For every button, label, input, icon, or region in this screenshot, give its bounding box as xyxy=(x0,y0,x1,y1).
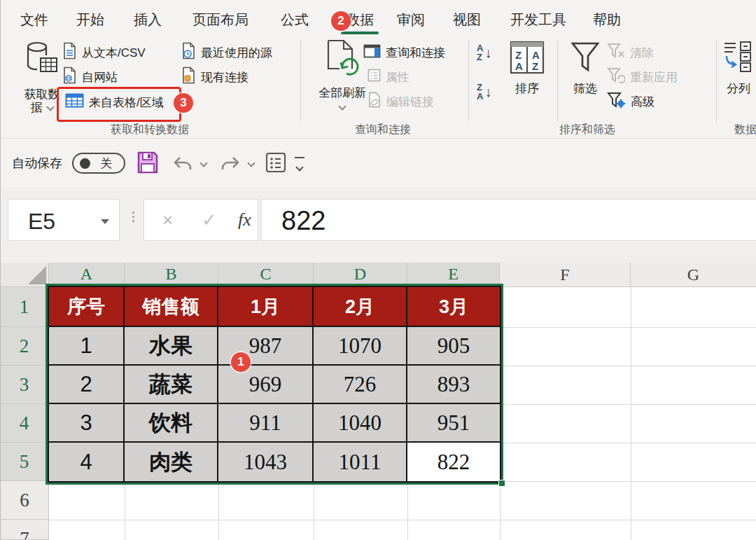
redo-button[interactable] xyxy=(219,154,241,175)
cell-e4[interactable]: 951 xyxy=(407,404,500,443)
filter-label: 筛选 xyxy=(573,81,597,97)
get-data-dropdown-icon xyxy=(47,103,55,111)
from-web-button[interactable]: 自网站 xyxy=(62,67,118,88)
edit-links-label: 编辑链接 xyxy=(386,94,434,110)
ribbon-group-separator xyxy=(557,41,558,122)
column-header-c[interactable]: C xyxy=(218,263,314,287)
cell-a5[interactable]: 4 xyxy=(49,443,125,481)
cancel-icon[interactable]: × xyxy=(162,211,173,229)
svg-text:A: A xyxy=(532,49,540,61)
cell-b3[interactable]: 蔬菜 xyxy=(125,366,218,404)
cell-e5-active[interactable]: 822 xyxy=(407,443,500,481)
touch-mouse-mode-button[interactable] xyxy=(265,152,286,176)
existing-connections-icon xyxy=(181,67,196,88)
recent-sources-icon xyxy=(181,42,196,63)
tab-file[interactable]: 文件 xyxy=(18,8,51,31)
gridline xyxy=(631,287,631,540)
cell-c5[interactable]: 1043 xyxy=(218,443,314,481)
row-header-3[interactable]: 3 xyxy=(1,366,49,404)
sort-za-icon: ZA xyxy=(477,83,483,101)
from-text-csv-label: 从文本/CSV xyxy=(82,45,146,61)
refresh-all-button[interactable]: 全部刷新 xyxy=(317,39,368,109)
active-tab-indicator xyxy=(341,32,379,34)
recent-sources-label: 最近使用的源 xyxy=(201,45,272,61)
row-header-5[interactable]: 5 xyxy=(1,443,49,481)
cell-c4[interactable]: 911 xyxy=(218,404,314,443)
annotation-step-1-badge: 1 xyxy=(231,352,251,372)
cell-a4[interactable]: 3 xyxy=(49,404,125,443)
cell-d3[interactable]: 726 xyxy=(314,366,407,404)
cell-d5[interactable]: 1011 xyxy=(314,443,407,481)
cell-b2[interactable]: 水果 xyxy=(125,327,218,366)
cell-a3[interactable]: 2 xyxy=(49,366,125,404)
queries-connections-label: 查询和连接 xyxy=(386,45,445,61)
save-icon xyxy=(136,151,159,174)
from-web-label: 自网站 xyxy=(82,69,118,85)
gridline xyxy=(49,520,756,520)
row-header-4[interactable]: 4 xyxy=(1,404,49,443)
queries-connections-button[interactable]: 查询和连接 xyxy=(363,42,445,63)
select-all-corner[interactable] xyxy=(1,263,49,287)
row-header-1[interactable]: 1 xyxy=(1,287,49,327)
cell-b5[interactable]: 肉类 xyxy=(125,443,218,481)
cell-c3[interactable]: 969 xyxy=(218,366,314,404)
group-label-sort-filter: 排序和筛选 xyxy=(531,123,643,136)
cell-b4[interactable]: 饮料 xyxy=(125,404,218,443)
advanced-filter-button[interactable]: 高级 xyxy=(607,91,654,112)
sort-descending-button[interactable]: ZA ↓ xyxy=(477,83,491,101)
cell-e2[interactable]: 905 xyxy=(407,327,500,366)
recent-sources-button[interactable]: 最近使用的源 xyxy=(181,42,272,63)
column-header-e[interactable]: E xyxy=(407,263,500,287)
tab-insert[interactable]: 插入 xyxy=(131,8,164,31)
sheet-grid: A B C D E F G 1 2 3 4 5 6 7 序号 销售额 1月 2月 xyxy=(1,263,756,540)
sort-down-arrow-icon: ↓ xyxy=(484,45,491,61)
from-text-csv-button[interactable]: 从文本/CSV xyxy=(62,42,146,63)
tab-help[interactable]: 帮助 xyxy=(590,8,624,31)
cell-d4[interactable]: 1040 xyxy=(314,404,407,443)
row-header-7[interactable]: 7 xyxy=(1,520,49,540)
existing-connections-label: 现有连接 xyxy=(201,69,248,85)
table-header-cell[interactable]: 1月 xyxy=(218,287,314,327)
filter-button[interactable]: 筛选 xyxy=(565,41,606,97)
name-box[interactable]: E5 xyxy=(8,199,120,241)
cell-d2[interactable]: 1070 xyxy=(314,327,407,366)
column-header-f[interactable]: F xyxy=(500,263,631,287)
touch-mouse-mode-icon xyxy=(265,152,286,173)
redo-icon xyxy=(219,154,241,172)
table-header-cell[interactable]: 销售额 xyxy=(125,287,218,327)
table-header-cell[interactable]: 2月 xyxy=(314,287,407,327)
tab-review[interactable]: 审阅 xyxy=(394,8,428,31)
sort-ascending-button[interactable]: AZ ↓ xyxy=(477,43,491,62)
save-button[interactable] xyxy=(136,151,159,177)
row-header-2[interactable]: 2 xyxy=(1,327,49,366)
autosave-toggle[interactable]: 关 xyxy=(72,153,125,174)
tab-page-layout[interactable]: 页面布局 xyxy=(187,8,254,31)
customize-qat-button[interactable] xyxy=(295,157,304,173)
sort-button[interactable]: Z A A Z 排序 xyxy=(505,41,550,97)
cell-e3[interactable]: 893 xyxy=(407,366,500,404)
confirm-icon[interactable]: ✓ xyxy=(202,211,217,229)
tab-home[interactable]: 开始 xyxy=(74,8,107,31)
column-header-b[interactable]: B xyxy=(125,263,218,287)
tab-view[interactable]: 视图 xyxy=(450,8,484,31)
formula-bar-resize-handle[interactable] xyxy=(132,209,134,224)
table-header-cell[interactable]: 序号 xyxy=(49,287,125,327)
column-header-g[interactable]: G xyxy=(631,263,756,287)
cell-a2[interactable]: 1 xyxy=(49,327,125,366)
tab-developer[interactable]: 开发工具 xyxy=(505,8,572,31)
properties-button: 属性 xyxy=(368,67,410,88)
customize-qat-chevron-icon xyxy=(295,163,303,171)
row-header-6[interactable]: 6 xyxy=(1,481,49,520)
name-box-dropdown-icon[interactable] xyxy=(101,219,109,224)
undo-button[interactable] xyxy=(172,154,194,175)
fill-handle[interactable] xyxy=(498,480,505,487)
insert-function-icon[interactable]: fx xyxy=(238,211,251,229)
formula-input[interactable]: 822 xyxy=(261,199,756,241)
table-header-cell[interactable]: 3月 xyxy=(407,287,500,327)
existing-connections-button[interactable]: 现有连接 xyxy=(181,67,248,88)
text-to-columns-button[interactable]: 分列 xyxy=(720,41,756,97)
column-header-d[interactable]: D xyxy=(314,263,407,287)
tab-formulas[interactable]: 公式 xyxy=(278,8,312,31)
column-header-a[interactable]: A xyxy=(49,263,125,287)
annotation-red-box xyxy=(57,87,181,122)
